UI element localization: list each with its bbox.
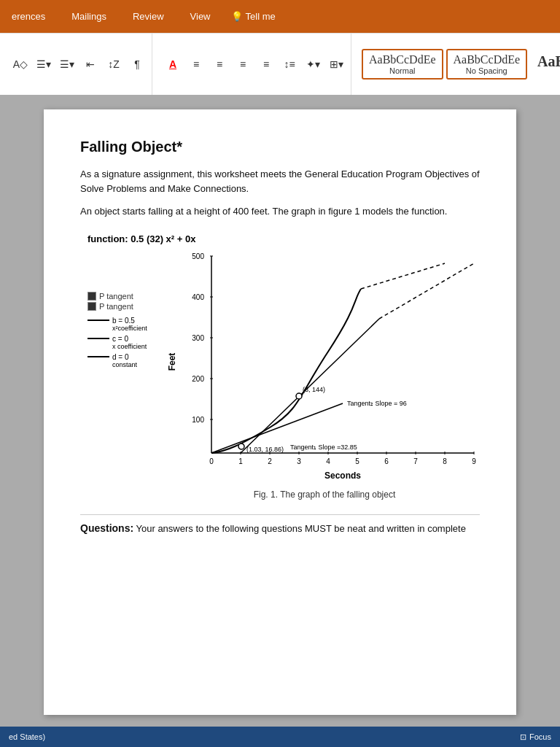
questions-label: Questions: bbox=[80, 522, 133, 534]
function-label: function: 0.5 (32) x² + 0x bbox=[88, 233, 489, 244]
y-label-500: 500 bbox=[192, 252, 204, 260]
font-section: A◇ ☰▾ ☰▾ ⇤ ↕Z ¶ bbox=[6, 34, 152, 95]
style-nospacing-preview: AaBbCcDdEe bbox=[454, 53, 521, 66]
underline-a-btn[interactable]: A bbox=[163, 54, 183, 74]
style-normal-label: Normal bbox=[369, 66, 436, 75]
x-label-6: 6 bbox=[384, 457, 389, 465]
parabola-curve bbox=[211, 289, 361, 453]
d-label: constant bbox=[112, 361, 147, 368]
style-normal-preview: AaBbCcDdEe bbox=[369, 53, 436, 66]
lightbulb-icon: 💡 bbox=[231, 11, 243, 22]
style-heading-card[interactable]: AaB bbox=[530, 49, 560, 80]
shading-btn[interactable]: ✦▾ bbox=[303, 54, 323, 74]
y-label-300: 300 bbox=[192, 334, 204, 342]
ribbon: erences Mailings Review View 💡 Tell me A… bbox=[0, 0, 560, 95]
legend: P tangent P tangent b = 0.5 x²coefficien… bbox=[88, 292, 147, 368]
list-indent2-btn[interactable]: ☰▾ bbox=[57, 54, 77, 74]
style-heading-preview: AaB bbox=[537, 53, 560, 70]
tab-references[interactable]: erences bbox=[6, 8, 51, 25]
page-title: Falling Object* bbox=[80, 139, 480, 155]
tangent1-slope-label: Tangent₁ Slope =32.85 bbox=[290, 444, 357, 451]
tab-view[interactable]: View bbox=[184, 8, 217, 25]
x-axis-label: Seconds bbox=[324, 471, 361, 481]
y-axis-label: Feet bbox=[168, 352, 177, 371]
c-label: x coefficient bbox=[112, 343, 147, 350]
y-label-200: 200 bbox=[192, 375, 204, 383]
questions-section: Questions: Your answers to the following… bbox=[80, 514, 480, 534]
style-nospacing-card[interactable]: AaBbCcDdEe No Spacing bbox=[446, 49, 528, 80]
tangent-p2-label: P tangent bbox=[99, 302, 133, 311]
tangent-p1-label: P tangent bbox=[99, 292, 133, 301]
tangent-p1-row: P tangent bbox=[88, 292, 147, 301]
tangent-p2-row: P tangent bbox=[88, 302, 147, 311]
style-nospacing-label: No Spacing bbox=[454, 66, 521, 75]
x-label-3: 3 bbox=[297, 457, 301, 465]
tangent-p2-checkbox[interactable] bbox=[88, 302, 96, 311]
x-label-9: 9 bbox=[472, 457, 476, 465]
b-coef: b = 0.5 bbox=[112, 317, 135, 325]
d-coef-row: d = 0 constant bbox=[88, 353, 147, 368]
ribbon-tab-row: erences Mailings Review View 💡 Tell me bbox=[0, 0, 560, 33]
document-area: Falling Object* As a signature assignmen… bbox=[0, 95, 560, 727]
status-location: ed States) bbox=[9, 732, 45, 741]
document-page: Falling Object* As a signature assignmen… bbox=[44, 109, 516, 715]
sort-btn[interactable]: ↕Z bbox=[104, 54, 124, 74]
status-bar: ed States) ⊡ Focus bbox=[0, 727, 560, 747]
x-label-5: 5 bbox=[355, 457, 359, 465]
focus-button[interactable]: ⊡ Focus bbox=[520, 732, 551, 742]
align-center-btn[interactable]: ≡ bbox=[209, 54, 230, 74]
graph-container: function: 0.5 (32) x² + 0x P tangent P t… bbox=[80, 233, 489, 500]
underline-section: A ≡ ≡ ≡ ≡ ↕≡ ✦▾ ⊞▾ bbox=[158, 34, 351, 95]
x-label-2: 2 bbox=[268, 457, 272, 465]
align-left-btn[interactable]: ≡ bbox=[186, 54, 206, 74]
c-coef: c = 0 bbox=[112, 335, 128, 343]
y-label-400: 400 bbox=[192, 293, 204, 301]
style-gallery: AaBbCcDdEe Normal AaBbCcDdEe No Spacing … bbox=[357, 49, 560, 80]
tab-review[interactable]: Review bbox=[127, 8, 170, 25]
y-label-100: 100 bbox=[192, 416, 204, 424]
graph-svg: 500 400 300 200 100 Feet 0 1 2 3 4 bbox=[168, 249, 481, 482]
pilcrow-btn[interactable]: ¶ bbox=[127, 54, 147, 74]
tangent-p1-checkbox[interactable] bbox=[88, 292, 96, 301]
line-spacing-btn[interactable]: ↕≡ bbox=[279, 54, 300, 74]
x-label-7: 7 bbox=[413, 457, 418, 465]
tell-me-box[interactable]: 💡 Tell me bbox=[231, 11, 276, 22]
point1-label: (1.03, 16.86) bbox=[246, 446, 284, 453]
focus-icon: ⊡ bbox=[520, 732, 526, 742]
justify-btn[interactable]: ≡ bbox=[256, 54, 276, 74]
font-dropdown[interactable]: A◇ bbox=[10, 54, 31, 74]
x-label-1: 1 bbox=[238, 457, 243, 465]
tangent2-slope-label: Tangent₂ Slope = 96 bbox=[347, 400, 407, 407]
point2-marker bbox=[296, 393, 302, 399]
tangent2-dashed bbox=[379, 263, 474, 319]
desc-paragraph: An object starts falling at a height of … bbox=[80, 204, 480, 219]
intro-paragraph: As a signature assignment, this workshee… bbox=[80, 167, 480, 196]
point2-label: (3, 144) bbox=[303, 386, 325, 393]
b-coef-row: b = 0.5 x²coefficient bbox=[88, 317, 147, 332]
questions-body: Your answers to the following questions … bbox=[136, 523, 466, 534]
dashed-extension bbox=[361, 263, 445, 289]
c-coef-row: c = 0 x coefficient bbox=[88, 335, 147, 350]
b-label: x²coefficient bbox=[112, 325, 147, 332]
point1-marker bbox=[238, 444, 244, 449]
list-indent-btn[interactable]: ☰▾ bbox=[34, 54, 54, 74]
tell-me-label: Tell me bbox=[246, 11, 276, 22]
x-label-4: 4 bbox=[326, 457, 330, 465]
d-coef: d = 0 bbox=[112, 353, 129, 361]
focus-label: Focus bbox=[529, 732, 551, 741]
fig-caption: Fig. 1. The graph of the falling object bbox=[168, 489, 481, 500]
x-label-8: 8 bbox=[443, 457, 447, 465]
borders-btn[interactable]: ⊞▾ bbox=[326, 54, 346, 74]
align-right-btn[interactable]: ≡ bbox=[233, 54, 253, 74]
tab-mailings[interactable]: Mailings bbox=[66, 8, 112, 25]
style-normal-card[interactable]: AaBbCcDdEe Normal bbox=[362, 49, 443, 80]
ribbon-controls: A◇ ☰▾ ☰▾ ⇤ ↕Z ¶ A ≡ ≡ ≡ ≡ ↕≡ ✦▾ ⊞▾ AaBbC… bbox=[0, 33, 560, 95]
x-label-0: 0 bbox=[209, 457, 214, 465]
outdent-btn[interactable]: ⇤ bbox=[80, 54, 101, 74]
